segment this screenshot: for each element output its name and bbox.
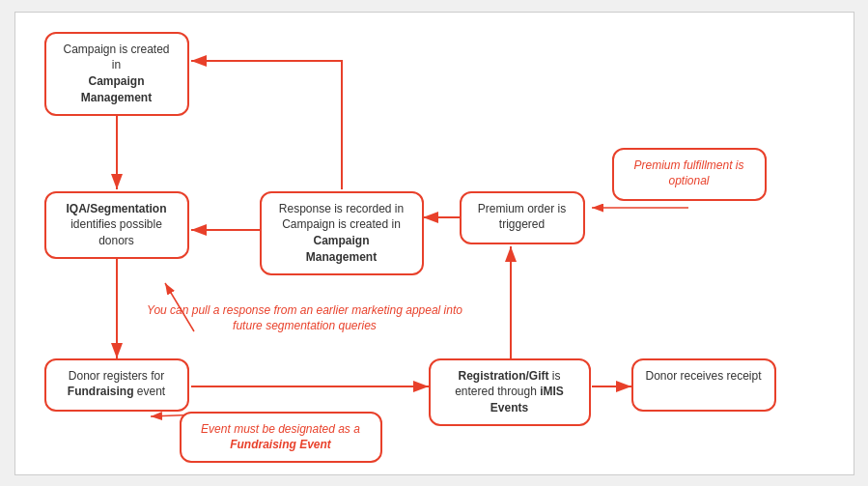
donor-receipt-box: Donor receives receipt xyxy=(631,358,776,412)
marketing-appeal-callout: You can pull a response from an earlier … xyxy=(146,302,464,335)
premium-fulfillment-box: Premium fulfillment is optional xyxy=(612,148,767,201)
campaign-created-box: Campaign is created in Campaign Manageme… xyxy=(44,32,189,116)
donor-registers-box: Donor registers for Fundraising event xyxy=(44,358,189,412)
response-recorded-box: Response is recorded in Campaign is crea… xyxy=(260,191,424,275)
campaign-mgmt-label2: CampaignManagement xyxy=(306,234,377,264)
iqa-segmentation-box: IQA/Segmentation identifies possible don… xyxy=(44,191,189,259)
fundraising-label: Fundraising xyxy=(68,385,134,398)
registration-label: Registration/Gift xyxy=(458,369,548,383)
fundraising-event-callout: Event must be designated as a Fundraisin… xyxy=(180,412,382,464)
fundraising-event-label: Fundraising Event xyxy=(230,438,331,451)
iqa-label: IQA/Segmentation xyxy=(66,202,166,215)
diagram-container: Campaign is created in Campaign Manageme… xyxy=(14,12,854,475)
campaign-mgmt-label: Campaign Management xyxy=(81,74,152,104)
registration-gift-box: Registration/Gift is entered through iMI… xyxy=(429,358,591,426)
premium-order-box: Premium order is triggered xyxy=(460,191,585,244)
imis-label: iMIS Events xyxy=(490,385,564,415)
